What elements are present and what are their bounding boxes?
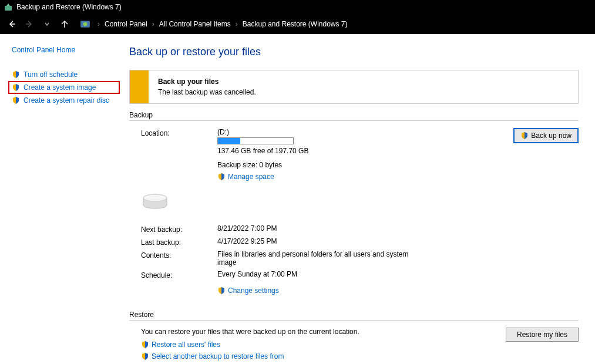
last-backup-label: Last backup: xyxy=(141,237,206,247)
nav-recent-dropdown[interactable] xyxy=(40,17,54,31)
backup-now-button-wrap: Back up now xyxy=(513,128,579,143)
chevron-right-icon: › xyxy=(95,20,102,28)
window-title: Backup and Restore (Windows 7) xyxy=(16,3,122,11)
shield-icon xyxy=(12,70,20,79)
alert-body: Back up your files The last backup was c… xyxy=(149,70,265,103)
change-settings-label: Change settings xyxy=(228,287,279,295)
section-divider xyxy=(129,120,579,121)
svg-rect-0 xyxy=(5,6,12,11)
location-label: Location: xyxy=(141,128,206,137)
disk-icon-wrap xyxy=(141,186,206,213)
sidebar-link-label: Create a system image xyxy=(23,83,96,92)
restore-all-users-link[interactable]: Restore all users' files xyxy=(141,341,506,349)
shield-icon xyxy=(217,287,226,295)
disk-usage-bar xyxy=(217,137,294,144)
disk-free-text: 137.46 GB free of 197.70 GB xyxy=(217,147,490,155)
restore-row: You can restore your files that were bac… xyxy=(129,328,579,364)
arrow-up-icon xyxy=(60,19,69,29)
nav-back-button[interactable] xyxy=(5,17,19,31)
backup-app-icon xyxy=(4,2,13,12)
sidebar-link-label: Turn off schedule xyxy=(23,70,78,79)
next-backup-label: Next backup: xyxy=(141,224,206,234)
section-divider xyxy=(129,320,579,321)
location-value-block: (D:) 137.46 GB free of 197.70 GB Backup … xyxy=(217,128,490,183)
alert-box: Back up your files The last backup was c… xyxy=(129,70,579,104)
next-backup-value: 8/21/2022 7:00 PM xyxy=(217,224,417,234)
location-drive: (D:) xyxy=(217,128,490,136)
titlebar: Backup and Restore (Windows 7) xyxy=(0,0,595,14)
content: Back up or restore your files Back up yo… xyxy=(123,34,595,364)
backup-now-button[interactable]: Back up now xyxy=(513,128,579,143)
navbar: › Control Panel › All Control Panel Item… xyxy=(0,14,595,34)
backup-grid: Location: (D:) 137.46 GB free of 197.70 … xyxy=(129,128,579,213)
restore-all-users-label: Restore all users' files xyxy=(152,341,220,349)
select-another-backup-link[interactable]: Select another backup to restore files f… xyxy=(141,352,506,360)
page-title: Back up or restore your files xyxy=(129,46,579,58)
hard-drive-icon xyxy=(141,192,169,211)
restore-links: Restore all users' files Select another … xyxy=(141,341,506,360)
restore-my-files-button[interactable]: Restore my files xyxy=(506,328,579,342)
restore-button-wrap: Restore my files xyxy=(506,328,579,342)
nav-forward-button[interactable] xyxy=(22,17,36,31)
shield-icon xyxy=(12,83,20,92)
backup-info-grid: Next backup: 8/21/2022 7:00 PM Last back… xyxy=(129,224,579,296)
restore-text: You can restore your files that were bac… xyxy=(141,328,506,336)
contents-label: Contents: xyxy=(141,250,206,267)
shield-icon xyxy=(520,132,529,140)
nav-up-button[interactable] xyxy=(58,17,72,31)
sidebar-heading[interactable]: Control Panel Home xyxy=(12,46,116,54)
sidebar-link-label: Create a system repair disc xyxy=(23,96,109,105)
arrow-left-icon xyxy=(7,19,16,29)
schedule-value-block: Every Sunday at 7:00 PM Change settings xyxy=(217,270,417,296)
sidebar-link-turn-off-schedule[interactable]: Turn off schedule xyxy=(12,68,116,81)
control-panel-icon xyxy=(80,19,90,29)
main-area: Control Panel Home Turn off schedule Cre… xyxy=(0,34,595,364)
alert-text: The last backup was cancelled. xyxy=(158,88,256,96)
alert-strip xyxy=(130,70,149,103)
breadcrumb-item-all-items[interactable]: All Control Panel Items xyxy=(159,20,231,28)
breadcrumb: › Control Panel › All Control Panel Item… xyxy=(80,19,348,29)
arrow-right-icon xyxy=(25,19,34,29)
restore-my-files-label: Restore my files xyxy=(517,331,567,339)
manage-space-link[interactable]: Manage space xyxy=(217,173,274,181)
sidebar: Control Panel Home Turn off schedule Cre… xyxy=(0,34,123,364)
restore-left: You can restore your files that were bac… xyxy=(141,328,506,364)
svg-point-5 xyxy=(83,22,88,26)
alert-title: Back up your files xyxy=(158,77,256,86)
backup-now-label: Back up now xyxy=(531,132,572,140)
last-backup-value: 4/17/2022 9:25 PM xyxy=(217,237,417,247)
backup-size-text: Backup size: 0 bytes xyxy=(217,161,490,169)
breadcrumb-item-control-panel[interactable]: Control Panel xyxy=(105,20,147,28)
sidebar-link-create-repair-disc[interactable]: Create a system repair disc xyxy=(12,94,116,107)
chevron-right-icon: › xyxy=(150,20,157,28)
disk-usage-fill xyxy=(218,138,240,144)
breadcrumb-item-backup-restore[interactable]: Backup and Restore (Windows 7) xyxy=(243,20,348,28)
shield-icon xyxy=(217,173,226,181)
shield-icon xyxy=(141,341,149,349)
restore-section-heading: Restore xyxy=(129,311,579,319)
manage-space-label: Manage space xyxy=(228,173,274,181)
schedule-value: Every Sunday at 7:00 PM xyxy=(217,270,417,278)
chevron-down-icon xyxy=(44,21,50,27)
change-settings-link[interactable]: Change settings xyxy=(217,287,279,295)
contents-value: Files in libraries and personal folders … xyxy=(217,250,417,267)
chevron-right-icon: › xyxy=(233,20,240,28)
schedule-label: Schedule: xyxy=(141,270,206,296)
select-another-backup-label: Select another backup to restore files f… xyxy=(152,352,284,360)
backup-section-heading: Backup xyxy=(129,111,579,119)
sidebar-link-create-system-image[interactable]: Create a system image xyxy=(8,81,120,94)
svg-point-7 xyxy=(143,194,167,201)
shield-icon xyxy=(12,96,20,105)
shield-icon xyxy=(141,352,149,360)
